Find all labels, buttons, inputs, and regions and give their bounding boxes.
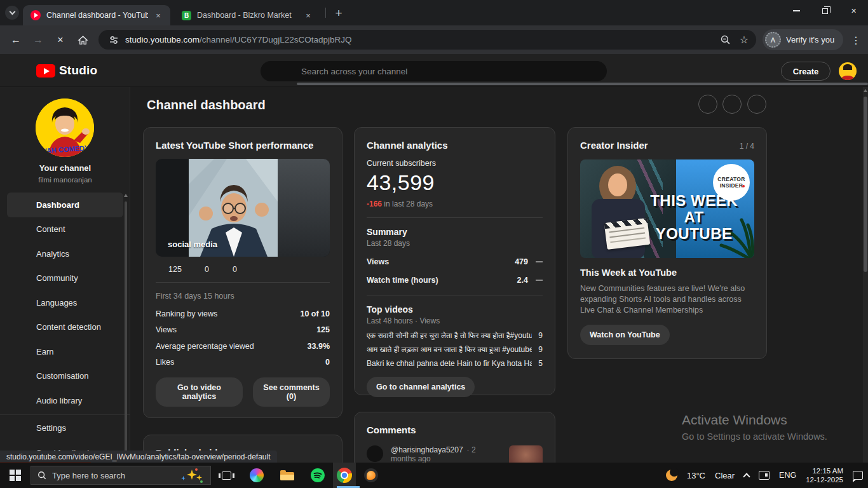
studio-logo-text[interactable]: Studio: [59, 64, 97, 78]
short-metrics-row: 125 0 0: [156, 265, 330, 274]
tab-close-button[interactable]: ×: [153, 10, 164, 21]
stat-row: Views125: [156, 322, 330, 339]
studio-search-bar[interactable]: [261, 61, 607, 81]
page-scrollbar[interactable]: [863, 87, 868, 463]
copilot-button[interactable]: [241, 463, 272, 488]
weather-moon-icon[interactable]: [666, 470, 677, 481]
weather-condition[interactable]: Clear: [715, 471, 735, 480]
channel-avatar[interactable]: WAH COMEDY: [36, 98, 94, 157]
back-button[interactable]: ←: [6, 30, 25, 50]
home-icon: [78, 35, 88, 46]
tray-touch-keyboard-icon[interactable]: [759, 471, 770, 480]
creator-insider-badge: CREATOR INSIDER: [713, 164, 750, 201]
verify-profile-button[interactable]: A Verify it's you: [763, 29, 843, 50]
taskbar-clock[interactable]: 12:15 AM 12-12-2025: [806, 466, 843, 484]
top-video-row[interactable]: एक सवारी सोनी की हर चुरा लेता है तो फिर …: [367, 331, 543, 339]
short-comments-count: 0: [205, 265, 233, 274]
stat-row: Ranking by views10 of 10: [156, 306, 330, 322]
scrollbar-up-arrow[interactable]: [124, 194, 128, 197]
header-action-placeholder-1[interactable]: [698, 95, 717, 114]
taskbar-search-box[interactable]: [31, 466, 211, 485]
browser-tab-active[interactable]: Channel dashboard - YouTube S ×: [23, 5, 170, 25]
weather-temperature[interactable]: 13°C: [687, 471, 705, 480]
youtube-logo-icon[interactable]: [36, 64, 55, 78]
horizontal-scrollbar-thumb[interactable]: [297, 83, 868, 85]
url-text: studio.youtube.com/channel/UC6Y7DugjL22s…: [125, 35, 351, 44]
taskbar-search-input[interactable]: [52, 471, 179, 480]
task-view-icon: [222, 471, 231, 480]
sidebar-item-community[interactable]: Community: [0, 266, 130, 291]
commenter-handle[interactable]: @harisinghdaya5207: [391, 445, 463, 454]
start-button[interactable]: [0, 463, 31, 488]
new-tab-button[interactable]: +: [330, 5, 347, 22]
home-button[interactable]: [73, 30, 92, 50]
show-hidden-icons-chevron[interactable]: [743, 473, 750, 480]
sidebar-item-content-detection[interactable]: Content detection: [0, 315, 130, 340]
tab-close-button[interactable]: ×: [302, 10, 314, 21]
language-indicator[interactable]: ENG: [779, 471, 796, 480]
browser-tabstrip: Channel dashboard - YouTube S × B Dashbo…: [0, 0, 868, 25]
insider-video-thumbnail[interactable]: THIS WEEK AT YOUTUBE CREATOR INSIDER: [580, 159, 754, 258]
copilot-icon: [250, 468, 264, 482]
creator-insider-card: Creator Insider 1 / 4 THIS WEEK AT YOUT: [567, 127, 767, 359]
sidebar-item-customisation[interactable]: Customisation: [0, 364, 130, 389]
window-controls: ×: [782, 0, 868, 22]
search-highlights-sparkle-icon[interactable]: [179, 467, 204, 484]
card-divider: [367, 295, 543, 295]
window-minimize-button[interactable]: [782, 0, 811, 22]
page-title: Channel dashboard: [147, 98, 266, 112]
sidebar-scrollbar[interactable]: [125, 194, 127, 488]
comment-item[interactable]: @harisinghdaya5207· 2 months ago जय माता…: [367, 445, 543, 463]
window-restore-button[interactable]: [811, 0, 839, 22]
spotify-button[interactable]: [302, 463, 333, 488]
sidebar-item-audio-library[interactable]: Audio library: [0, 388, 130, 413]
tab-search-chevron-button[interactable]: [5, 6, 19, 20]
fl-studio-button[interactable]: [356, 463, 386, 488]
go-to-channel-analytics-button[interactable]: Go to channel analytics: [367, 377, 475, 397]
file-explorer-icon: [280, 470, 294, 480]
sidebar-item-settings[interactable]: Settings: [0, 416, 130, 441]
top-video-row[interactable]: आम खाते ही लड़का आम बन जाता है फिर क्या …: [367, 345, 543, 353]
page-scrollbar-thumb[interactable]: [864, 97, 867, 272]
sidebar-item-languages[interactable]: Languages: [0, 290, 130, 315]
short-video-thumbnail[interactable]: social media: [156, 159, 330, 257]
header-action-placeholder-3[interactable]: [747, 95, 766, 114]
profile-avatar: A: [765, 32, 781, 48]
site-settings-icon: [109, 35, 119, 45]
sidebar-nav: Dashboard Content Analytics Community La…: [0, 193, 130, 465]
commenter-avatar[interactable]: [367, 445, 383, 462]
sidebar-item-dashboard[interactable]: Dashboard: [7, 193, 123, 217]
browser-tab-inactive[interactable]: B Dashboard - Bizkro Market ×: [174, 5, 320, 25]
header-action-placeholder-2[interactable]: [722, 95, 742, 114]
minimize-icon: [793, 10, 800, 11]
go-to-video-analytics-button[interactable]: Go to video analytics: [156, 377, 243, 407]
sidebar-item-content[interactable]: Content: [0, 217, 130, 242]
sidebar-scrollbar-thumb[interactable]: [125, 201, 127, 481]
top-videos-title: Top videos: [367, 304, 543, 315]
window-close-button[interactable]: ×: [839, 0, 868, 22]
chrome-button-active[interactable]: [333, 463, 356, 488]
studio-search-input[interactable]: [261, 61, 607, 81]
browser-menu-button[interactable]: ⋮: [848, 30, 864, 50]
stop-loading-button[interactable]: ×: [51, 30, 70, 50]
top-video-row[interactable]: Bakri ke chhal pahna dete Hain to fir Ky…: [367, 359, 543, 367]
zoom-icon[interactable]: [720, 34, 731, 45]
tab-title: Channel dashboard - YouTube S: [46, 11, 148, 20]
watch-on-youtube-button[interactable]: Watch on YouTube: [580, 325, 670, 345]
action-center-icon[interactable]: [853, 471, 863, 480]
create-button[interactable]: Create: [781, 62, 831, 81]
scrollbar-up-arrow[interactable]: [864, 89, 867, 92]
sidebar-item-earn[interactable]: Earn: [0, 339, 130, 364]
windows-logo-icon: [10, 470, 21, 481]
address-bar[interactable]: studio.youtube.com/channel/UC6Y7DugjL22s…: [98, 30, 756, 50]
task-view-button[interactable]: [211, 463, 241, 488]
file-explorer-button[interactable]: [272, 463, 302, 488]
comment-video-thumbnail[interactable]: [509, 445, 543, 463]
forward-button[interactable]: →: [29, 30, 48, 50]
bookmark-star-icon[interactable]: ☆: [740, 34, 749, 46]
card-divider: [156, 282, 330, 283]
card-divider: [367, 217, 543, 218]
account-avatar[interactable]: [839, 62, 857, 80]
see-comments-button[interactable]: See comments (0): [253, 377, 330, 407]
sidebar-item-analytics[interactable]: Analytics: [0, 241, 130, 266]
